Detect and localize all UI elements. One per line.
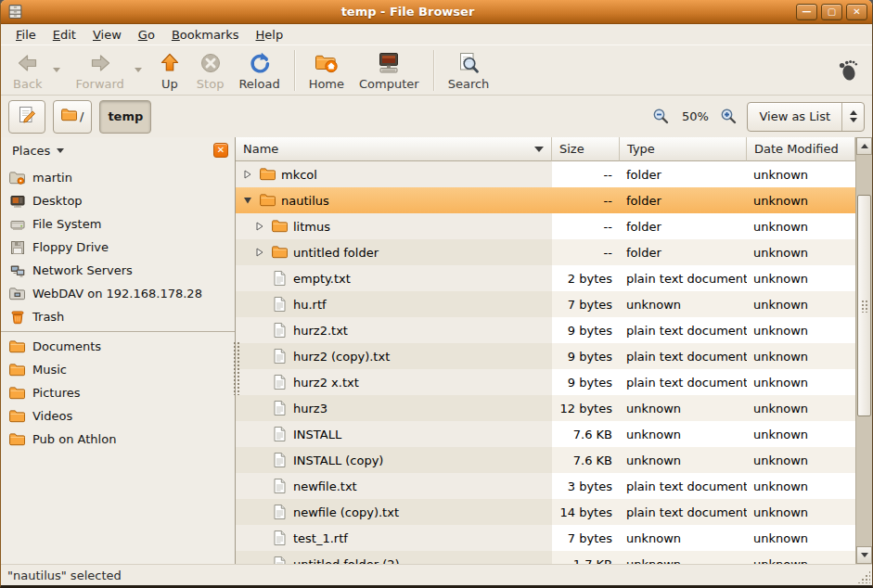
sidebar-close-button close-icon[interactable]: ✕ <box>213 143 228 158</box>
sidebar-item-videos[interactable]: Videos <box>1 404 235 428</box>
text-file-icon <box>271 297 288 312</box>
column-header-label: Date Modified <box>754 142 839 156</box>
file-row-hurz2-copy-txt[interactable]: hurz2 (copy).txt9 bytesplain text docume… <box>236 343 855 369</box>
toolbar-button-search[interactable]: Search <box>441 48 497 93</box>
column-header-label: Size <box>559 142 584 156</box>
text-file-icon <box>271 556 288 564</box>
column-header-label: Name <box>243 142 278 156</box>
sidebar-item-pub-on-athlon[interactable]: Pub on Athlon <box>1 428 235 451</box>
file-type-cell: folder <box>620 161 747 187</box>
sidebar-item-label: Pub on Athlon <box>32 432 116 446</box>
file-row-mkcol[interactable]: mkcol--folderunknown <box>236 161 855 187</box>
expander-collapsed-icon[interactable] <box>241 170 253 179</box>
stop-icon <box>199 51 223 75</box>
minimize-button[interactable]: — <box>796 4 817 20</box>
sidebar-item-label: WebDAV on 192.168.178.28 <box>32 287 202 300</box>
menu-help[interactable]: Help <box>248 26 292 44</box>
path-button-temp[interactable]: temp <box>99 100 151 134</box>
pane-resize-handle[interactable] <box>233 341 239 395</box>
file-name-cell: test_1.rtf <box>236 525 552 551</box>
scroll-up-button[interactable] <box>856 137 872 155</box>
file-row-hurz2-txt[interactable]: hurz2.txt9 bytesplain text documentunkno… <box>236 317 855 343</box>
menu-go[interactable]: Go <box>130 26 163 44</box>
file-row-nautilus[interactable]: nautilus--folderunknown <box>236 187 855 213</box>
edit-location-button[interactable] <box>8 100 45 134</box>
file-row-untitled-folder[interactable]: untitled folder--folderunknown <box>236 239 855 265</box>
file-name-label: untitled folder <box>293 246 379 260</box>
file-row-hurz3[interactable]: hurz312 bytesunknownunknown <box>236 395 855 421</box>
sidebar-item-trash[interactable]: Trash <box>1 305 235 328</box>
file-name-cell: newfile.txt <box>236 473 552 499</box>
expander-collapsed-icon[interactable] <box>253 248 265 257</box>
scroll-down-button[interactable] <box>856 546 872 564</box>
file-row-hu-rtf[interactable]: hu.rtf7 bytesunknownunknown <box>236 291 855 317</box>
sidebar-item-pictures[interactable]: Pictures <box>1 381 235 404</box>
column-header-date-modified[interactable]: Date Modified <box>747 137 855 161</box>
toolbar-button-computer[interactable]: Computer <box>352 48 427 93</box>
sidebar-item-webdav-on-192-168-178-28[interactable]: WebDAV on 192.168.178.28 <box>1 282 235 305</box>
back-history-dropdown[interactable] <box>50 52 63 89</box>
file-type-cell: plain text document <box>620 473 747 499</box>
file-row-newfile-txt[interactable]: newfile.txt3 bytesplain text documentunk… <box>236 473 855 499</box>
view-mode-spinner[interactable] <box>841 103 864 131</box>
sidebar-item-documents[interactable]: Documents <box>1 335 235 358</box>
computer-icon <box>377 51 401 75</box>
expander-expanded-icon[interactable] <box>241 197 253 204</box>
file-size-cell: 7.6 KB <box>552 421 620 447</box>
file-type-cell: plain text document <box>620 499 747 525</box>
file-row-install[interactable]: INSTALL7.6 KBunknownunknown <box>236 421 855 447</box>
desktop-icon <box>9 194 25 209</box>
places-list: martinDesktopFile SystemFloppy DriveNetw… <box>1 163 235 564</box>
toolbar-button-forward: Forward <box>69 48 132 93</box>
file-row-newfile-copy-txt[interactable]: newfile (copy).txt14 bytesplain text doc… <box>236 499 855 525</box>
window-title: temp - File Browser <box>23 5 792 19</box>
sidebar-item-network-servers[interactable]: Network Servers <box>1 259 235 282</box>
zoom-out-button zoom-out-icon[interactable] <box>652 108 670 125</box>
floppy-icon <box>9 240 25 255</box>
toolbar-button-reload[interactable]: Reload <box>231 48 287 93</box>
throbber gnome-foot-icon <box>838 58 858 82</box>
menu-bookmarks[interactable]: Bookmarks <box>163 26 248 44</box>
toolbar-separator <box>433 50 434 91</box>
menu-edit[interactable]: Edit <box>45 26 84 44</box>
places-selector-button[interactable]: Places <box>7 142 69 160</box>
toolbar-button-up[interactable]: Up <box>150 48 189 93</box>
titlebar[interactable]: temp - File Browser —▢✕ <box>1 0 872 24</box>
column-header-size[interactable]: Size <box>552 137 620 161</box>
toolbar-button-home[interactable]: Home <box>302 48 352 93</box>
file-row-hurz2-x-txt[interactable]: hurz2 x.txt9 bytesplain text documentunk… <box>236 369 855 395</box>
file-row-empty-txt[interactable]: empty.txt2 bytesplain text documentunkno… <box>236 265 855 291</box>
edit-location-icon <box>18 106 37 128</box>
statusbar: "nautilus" selected <box>1 564 872 585</box>
window-resize-grip[interactable] <box>857 570 870 583</box>
folder-icon <box>61 109 77 124</box>
forward-history-dropdown[interactable] <box>132 52 145 89</box>
file-row-litmus[interactable]: litmus--folderunknown <box>236 213 855 239</box>
close-button[interactable]: ✕ <box>846 4 867 20</box>
menu-view[interactable]: View <box>84 26 130 44</box>
expander-collapsed-icon[interactable] <box>253 222 265 231</box>
view-mode-select[interactable]: View as List <box>747 102 865 132</box>
maximize-button[interactable]: ▢ <box>821 4 842 20</box>
folder-icon <box>259 193 276 208</box>
toolbar-button-label: Stop <box>197 77 225 91</box>
sidebar-item-floppy-drive[interactable]: Floppy Drive <box>1 236 235 259</box>
file-size-cell: 9 bytes <box>552 369 620 395</box>
scrollbar-thumb[interactable] <box>857 195 871 416</box>
file-size-cell: -- <box>552 161 620 187</box>
sidebar-item-file-system[interactable]: File System <box>1 212 235 236</box>
zoom-in-button zoom-in-icon[interactable] <box>720 108 738 125</box>
root-path-button[interactable]: / <box>53 100 92 134</box>
file-row-untitled-folder-2[interactable]: untitled folder (2)1.7 KBunknownunknown <box>236 551 855 564</box>
sidebar-item-martin[interactable]: martin <box>1 166 235 189</box>
column-header-type[interactable]: Type <box>620 137 747 161</box>
column-header-name[interactable]: Name <box>236 137 552 161</box>
sidebar-item-music[interactable]: Music <box>1 358 235 381</box>
sidebar-item-desktop[interactable]: Desktop <box>1 189 235 212</box>
file-row-test-1-rtf[interactable]: test_1.rtf7 bytesunknownunknown <box>236 525 855 551</box>
chevron-down-icon <box>57 148 64 153</box>
menu-file[interactable]: File <box>7 26 45 44</box>
file-row-install-copy[interactable]: INSTALL (copy)7.6 KBunknownunknown <box>236 447 855 473</box>
root-path-label: / <box>80 109 83 123</box>
scrollbar-trough[interactable] <box>856 155 872 546</box>
